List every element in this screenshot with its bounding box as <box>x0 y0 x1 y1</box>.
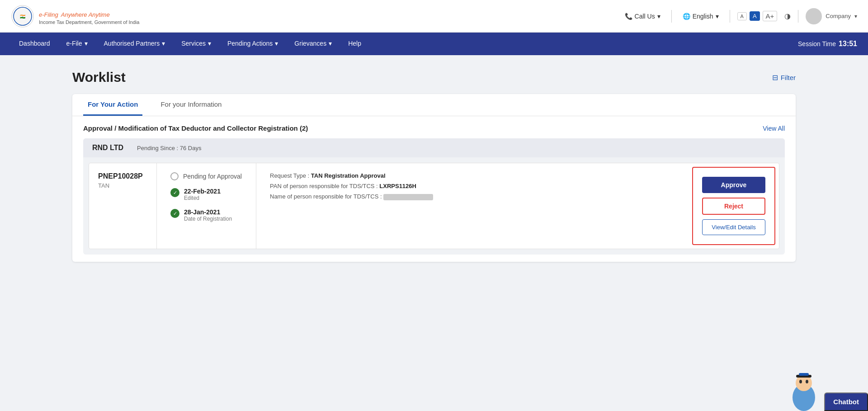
divider-2 <box>730 10 730 23</box>
partners-chevron-icon: ▾ <box>162 40 165 47</box>
user-area: Company ▾ <box>806 8 857 24</box>
nav-item-pending-actions[interactable]: Pending Actions ▾ <box>219 33 286 55</box>
record-row: PNEP10028P TAN Pending for Approval ✓ 22… <box>89 163 779 249</box>
tab-for-your-action[interactable]: For Your Action <box>83 94 142 116</box>
record-id: PNEP10028P <box>98 172 147 180</box>
logo-tagline: Anywhere Anytime <box>61 11 110 18</box>
reject-button[interactable]: Reject <box>702 198 765 215</box>
timeline-date-1: 22-Feb-2021 <box>184 188 221 195</box>
record-id-col: PNEP10028P TAN <box>89 163 157 249</box>
logo-text: e-Filing Anywhere Anytime Income Tax Dep… <box>39 8 139 25</box>
record-status-col: Pending for Approval ✓ 22-Feb-2021 Edite… <box>157 163 256 249</box>
pending-chevron-icon: ▾ <box>275 40 278 47</box>
grievances-chevron-icon: ▾ <box>329 40 332 47</box>
emblem-icon: 🇮🇳 <box>11 5 34 28</box>
contrast-button[interactable]: ◑ <box>784 12 791 20</box>
filter-button[interactable]: ⊟ Filter <box>772 73 796 82</box>
font-medium-button[interactable]: A <box>750 11 760 21</box>
section-title: Approval / Modification of Tax Deductor … <box>83 124 308 132</box>
svg-text:🇮🇳: 🇮🇳 <box>20 14 26 19</box>
nav-item-authorised-partners[interactable]: Authorised Partners ▾ <box>96 33 174 55</box>
header-controls: 📞 Call Us ▾ 🌐 English ▾ A A A+ ◑ Company… <box>621 8 857 24</box>
view-edit-button[interactable]: View/Edit Details <box>702 219 765 235</box>
detail-pan: PAN of person responsible for TDS/TCS : … <box>270 183 675 189</box>
navbar: Dashboard e-File ▾ Authorised Partners ▾… <box>0 33 868 55</box>
timeline-item-1: ✓ 22-Feb-2021 Edited <box>170 188 242 201</box>
font-controls: A A A+ <box>737 11 778 21</box>
logo-area: 🇮🇳 e-Filing Anywhere Anytime Income Tax … <box>11 5 139 28</box>
timeline-label-1: Edited <box>184 195 221 201</box>
pending-approval-status: Pending for Approval <box>170 172 242 180</box>
section-header: Approval / Modification of Tax Deductor … <box>72 116 796 138</box>
masked-name <box>383 194 433 200</box>
page-content: Worklist ⊟ Filter For Your Action For yo… <box>36 55 832 276</box>
company-header: RND LTD Pending Since : 76 Days <box>83 138 785 157</box>
call-us-label: Call Us <box>635 13 655 20</box>
logo-subtitle: Income Tax Department, Government of Ind… <box>39 19 139 25</box>
record-actions-col: Approve Reject View/Edit Details <box>692 167 775 245</box>
check-icon-1: ✓ <box>170 188 179 197</box>
view-all-link[interactable]: View All <box>763 125 785 132</box>
page-title: Worklist <box>72 70 126 85</box>
nav-item-help[interactable]: Help <box>340 33 369 55</box>
language-chevron-icon: ▾ <box>716 13 719 20</box>
phone-icon: 📞 <box>625 13 632 20</box>
header: 🇮🇳 e-Filing Anywhere Anytime Income Tax … <box>0 0 868 33</box>
user-name: Company <box>826 13 851 19</box>
nav-item-efile[interactable]: e-File ▾ <box>58 33 96 55</box>
font-small-button[interactable]: A <box>737 12 747 20</box>
services-chevron-icon: ▾ <box>208 40 211 47</box>
globe-icon: 🌐 <box>683 13 690 20</box>
nav-item-services[interactable]: Services ▾ <box>173 33 219 55</box>
user-chevron-icon: ▾ <box>854 13 857 19</box>
timeline-item-2: ✓ 28-Jan-2021 Date of Registration <box>170 208 242 222</box>
detail-request-type: Request Type : TAN Registration Approval <box>270 172 675 179</box>
page-title-row: Worklist ⊟ Filter <box>72 70 796 85</box>
session-time-value: 13:51 <box>839 40 857 48</box>
record-details-col: Request Type : TAN Registration Approval… <box>256 163 689 249</box>
font-large-button[interactable]: A+ <box>763 11 778 21</box>
check-icon-2: ✓ <box>170 209 179 218</box>
tab-for-your-information[interactable]: For your Information <box>156 94 226 116</box>
company-name: RND LTD <box>92 144 123 152</box>
divider-1 <box>671 10 672 23</box>
detail-name: Name of person responsible for TDS/TCS : <box>270 193 675 200</box>
filter-icon: ⊟ <box>772 73 778 82</box>
record-type: TAN <box>98 182 147 189</box>
avatar <box>806 8 822 24</box>
call-us-chevron-icon: ▾ <box>657 13 660 20</box>
nav-item-grievances[interactable]: Grievances ▾ <box>286 33 340 55</box>
logo-title: e-Filing Anywhere Anytime <box>39 8 139 19</box>
call-us-button[interactable]: 📞 Call Us ▾ <box>621 11 664 22</box>
filter-label: Filter <box>781 74 796 81</box>
pending-circle-icon <box>170 172 179 180</box>
worklist-card: For Your Action For your Information App… <box>72 94 796 262</box>
language-label: English <box>693 13 713 20</box>
timeline-label-2: Date of Registration <box>184 216 232 222</box>
divider-3 <box>798 10 798 23</box>
tabs-row: For Your Action For your Information <box>72 94 796 116</box>
logo-title-text: e-Filing <box>39 11 58 18</box>
efile-chevron-icon: ▾ <box>85 40 88 47</box>
company-block: RND LTD Pending Since : 76 Days PNEP1002… <box>83 138 785 255</box>
nav-item-dashboard[interactable]: Dashboard <box>11 33 58 55</box>
approve-button[interactable]: Approve <box>702 177 765 193</box>
session-timer: Session Time 13:51 <box>798 40 857 48</box>
language-button[interactable]: 🌐 English ▾ <box>679 11 722 22</box>
pending-since: Pending Since : 76 Days <box>137 145 201 151</box>
timeline-date-2: 28-Jan-2021 <box>184 208 232 216</box>
